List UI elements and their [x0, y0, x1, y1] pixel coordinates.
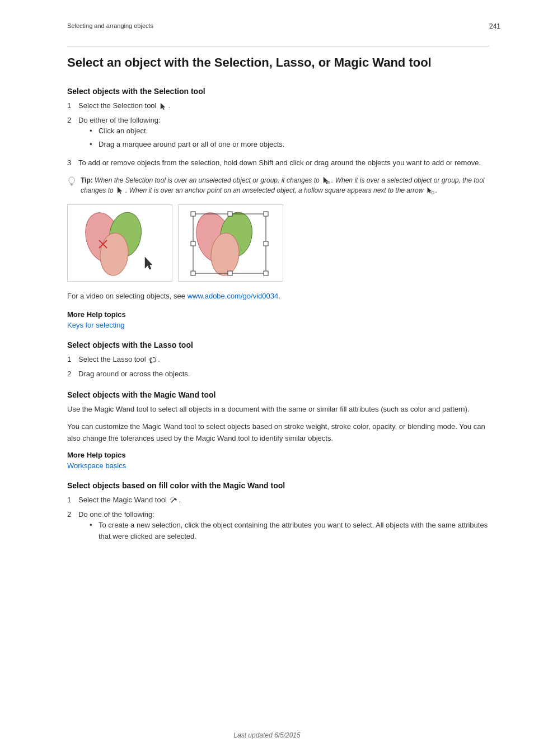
step-2-bullets: • Click an object. • Drag a marquee arou…	[90, 125, 489, 150]
svg-marker-7	[427, 188, 431, 194]
image-container	[67, 204, 489, 282]
lasso-step-content-2: Drag around or across the objects.	[78, 368, 489, 380]
svg-rect-24	[191, 271, 195, 276]
section-lasso-title: Select objects with the Lasso tool	[67, 340, 489, 349]
bullet-drag: • Drag a marquee around part or all of o…	[90, 139, 489, 150]
magic-wand-fill-bullets: • To create a new selection, click the o…	[90, 520, 489, 542]
tip-tool-icon-2	[116, 186, 124, 194]
svg-rect-23	[264, 241, 268, 246]
svg-rect-8	[432, 192, 434, 194]
video-link-text: For a video on selecting objects, see ww…	[67, 291, 489, 302]
svg-line-27	[171, 498, 175, 502]
header-divider	[67, 46, 489, 46]
svg-marker-6	[118, 187, 122, 194]
section-lasso-tool: Select objects with the Lasso tool 1 Sel…	[67, 340, 489, 379]
lasso-step-2: 2 Drag around or across the objects.	[67, 368, 489, 380]
magic-wand-fill-steps: 1 Select the Magic Wand tool . 2	[67, 494, 489, 546]
bullet-click: • Click an object.	[90, 125, 489, 137]
lasso-tool-icon	[149, 356, 157, 364]
step-number-1: 1	[67, 100, 78, 111]
tip-text: Tip: When the Selection tool is over an …	[81, 175, 489, 195]
lasso-step-content-1: Select the Lasso tool .	[78, 354, 489, 365]
footer: Last updated 6/5/2015	[0, 731, 534, 739]
selection-tool-icon	[160, 102, 167, 110]
section-magic-wand-fill: Select objects based on fill color with …	[67, 481, 489, 546]
lasso-step-number-2: 2	[67, 368, 78, 380]
tip-tool-icon-1	[322, 176, 330, 184]
image-unselected	[67, 204, 172, 282]
magic-wand-fill-step-1: 1 Select the Magic Wand tool .	[67, 494, 489, 506]
magic-wand-fill-step-number-2: 2	[67, 509, 78, 547]
more-help-title-1: More Help topics	[67, 310, 489, 319]
video-link[interactable]: www.adobe.com/go/vid0034	[188, 292, 279, 300]
keys-for-selecting-link-container: Keys for selecting	[67, 321, 489, 329]
page-label: Selecting and arranging objects	[67, 22, 489, 29]
step-content-3: To add or remove objects from the select…	[78, 157, 489, 169]
tip-tool-icon-3	[427, 186, 434, 194]
step-content-2: Do either of the following: • Click an o…	[78, 115, 489, 155]
svg-rect-22	[191, 241, 195, 246]
bullet-drag-text: Drag a marquee around part or all of one…	[99, 139, 284, 150]
magic-wand-fill-step-content-1: Select the Magic Wand tool .	[78, 494, 489, 506]
more-help-section-1: More Help topics Keys for selecting	[67, 310, 489, 329]
workspace-basics-link-container: Workspace basics	[67, 461, 489, 470]
section-selection-tool: Select objects with the Selection tool 1…	[67, 87, 489, 301]
svg-rect-26	[264, 271, 268, 276]
bullet-new-selection: • To create a new selection, click the o…	[90, 520, 489, 542]
svg-rect-20	[228, 212, 232, 216]
svg-rect-5	[327, 181, 329, 183]
step-number-2: 2	[67, 115, 78, 155]
step-number-3: 3	[67, 157, 78, 169]
lasso-steps: 1 Select the Lasso tool . 2 Drag around …	[67, 354, 489, 379]
svg-point-1	[69, 177, 74, 184]
svg-rect-25	[228, 271, 232, 276]
workspace-basics-link[interactable]: Workspace basics	[67, 461, 126, 470]
magic-wand-icon	[170, 497, 177, 505]
tip-icon	[67, 176, 78, 189]
lasso-step-1: 1 Select the Lasso tool .	[67, 354, 489, 365]
section-magic-wand: Select objects with the Magic Wand tool …	[67, 390, 489, 444]
bullet-new-selection-text: To create a new selection, click the obj…	[99, 520, 489, 542]
svg-rect-21	[264, 212, 268, 216]
more-help-section-2: More Help topics Workspace basics	[67, 451, 489, 470]
magic-wand-fill-step-2: 2 Do one of the following: • To create a…	[67, 509, 489, 547]
page-container: 241 Selecting and arranging objects Sele…	[0, 0, 534, 756]
section-magic-wand-fill-title: Select objects based on fill color with …	[67, 481, 489, 490]
magic-wand-para-1: Use the Magic Wand tool to select all ob…	[67, 404, 489, 416]
magic-wand-fill-step-number-1: 1	[67, 494, 78, 506]
selection-steps: 1 Select the Selection tool . 2 Do eithe…	[67, 100, 489, 169]
step-content-1: Select the Selection tool .	[78, 100, 489, 111]
page-number: 241	[489, 22, 500, 30]
svg-rect-19	[191, 212, 195, 216]
lasso-step-number-1: 1	[67, 354, 78, 365]
step-3: 3 To add or remove objects from the sele…	[67, 157, 489, 169]
more-help-title-2: More Help topics	[67, 451, 489, 459]
step-1: 1 Select the Selection tool .	[67, 100, 489, 111]
step-2: 2 Do either of the following: • Click an…	[67, 115, 489, 155]
leaves-unselected-svg	[72, 209, 167, 277]
main-title: Select an object with the Selection, Las…	[67, 55, 489, 70]
tip-box: Tip: When the Selection tool is over an …	[67, 175, 489, 195]
svg-marker-12	[145, 257, 152, 269]
section-selection-title: Select objects with the Selection tool	[67, 87, 489, 96]
bullet-click-text: Click an object.	[99, 125, 148, 137]
image-selected	[178, 204, 283, 282]
magic-wand-fill-step-content-2: Do one of the following: • To create a n…	[78, 509, 489, 547]
svg-line-30	[172, 497, 172, 498]
svg-line-29	[170, 498, 171, 500]
magic-wand-para-2: You can customize the Magic Wand tool to…	[67, 421, 489, 445]
keys-for-selecting-link[interactable]: Keys for selecting	[67, 321, 125, 329]
section-magic-wand-title: Select objects with the Magic Wand tool	[67, 390, 489, 399]
leaves-selected-svg	[183, 209, 278, 277]
svg-marker-0	[161, 103, 165, 110]
